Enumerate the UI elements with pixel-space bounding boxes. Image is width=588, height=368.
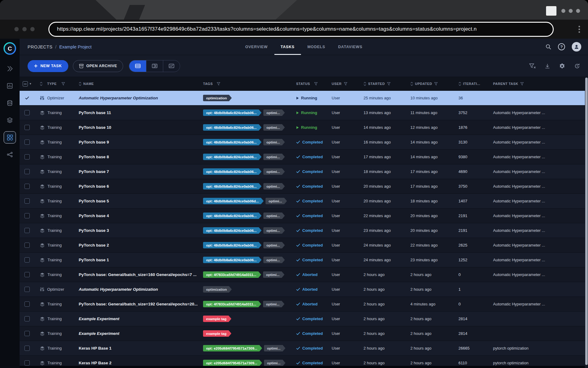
filter-funnel-icon[interactable] [520,82,524,86]
clearml-logo[interactable]: C [3,42,17,55]
user-avatar[interactable] [572,42,581,52]
task-name-cell[interactable]: PyTorch base: General/batch_size=192 Gen… [73,302,201,306]
column-header-updated[interactable]: UPDATED [407,82,455,86]
row-select-cell[interactable] [20,96,34,100]
row-checkbox[interactable] [24,184,30,189]
row-checkbox[interactable] [24,198,30,204]
task-name-cell[interactable]: PyTorch base 4 [73,213,201,218]
filter-funnel-icon[interactable] [217,82,220,86]
task-name-cell[interactable]: Keras HP Base 1 [73,346,201,351]
row-checkbox[interactable] [24,301,30,307]
table-row[interactable]: TrainingExample Experimentexample tagCom… [20,326,588,341]
settings-gear-icon[interactable] [559,63,565,69]
table-row[interactable]: OptimizerAutomatic Hyperparameter Optimi… [20,282,588,297]
table-view-button[interactable] [129,60,146,72]
column-header-iteration[interactable]: ITERATI... [455,82,489,86]
row-select-cell[interactable] [20,346,34,351]
task-name-cell[interactable]: Automatic Hyperparameter Optimization [73,96,201,100]
sidebar-item-projects[interactable] [4,63,16,75]
table-row[interactable]: TrainingPyTorch base 4opt: 48db0b8a6c824… [20,209,588,223]
row-checkbox[interactable] [24,125,30,130]
browser-kebab-menu-icon[interactable] [579,26,580,33]
table-row[interactable]: TrainingPyTorch base 10opt: 48db0b8a6c82… [20,120,588,135]
task-name-cell[interactable]: PyTorch base 8 [73,155,201,159]
table-row[interactable]: TrainingPyTorch base 5opt: 48db0b8a6c824… [20,194,588,209]
select-all-caret-icon[interactable]: ▾ [30,82,31,85]
task-name-cell[interactable]: PyTorch base 9 [73,140,201,144]
row-checkbox[interactable] [24,243,30,248]
column-header-user[interactable]: USER [328,82,360,86]
table-row[interactable]: TrainingPyTorch base 9opt: 48db0b8a6c824… [20,135,588,150]
table-row[interactable]: TrainingPyTorch base 8opt: 48db0b8a6c824… [20,150,588,164]
sidebar-item-reports[interactable] [4,80,16,92]
table-row[interactable]: TrainingPyTorch base 1opt: 48db0b8a6c824… [20,253,588,267]
row-checkbox[interactable] [24,213,30,218]
sort-icon[interactable] [364,82,366,86]
row-select-cell[interactable] [20,243,34,248]
column-header-status[interactable]: STATUS [292,82,328,86]
sort-icon[interactable] [40,82,43,86]
table-row[interactable]: TrainingPyTorch base 3opt: 48db0b8a6c824… [20,223,588,238]
row-checkbox[interactable] [24,140,30,145]
vertical-scrollbar-thumb[interactable] [585,78,588,365]
row-select-cell[interactable] [20,301,34,307]
download-icon[interactable] [545,63,550,69]
row-checkbox[interactable] [24,110,30,115]
open-archive-button[interactable]: OPEN ARCHIVE [73,60,123,72]
table-row[interactable]: TrainingPyTorch base: General/batch_size… [20,297,588,312]
table-row[interactable]: TrainingPyTorch base: General/batch_size… [20,267,588,282]
row-checkbox[interactable] [24,228,30,233]
task-name-cell[interactable]: PyTorch base 10 [73,125,201,130]
sort-icon[interactable] [458,82,461,86]
task-name-cell[interactable]: PyTorch base: General/batch_size=160 Gen… [73,272,201,277]
split-view-button[interactable] [146,60,163,72]
task-name-cell[interactable]: Example Experiment [73,331,201,336]
column-header-tags[interactable]: TAGS [201,82,292,86]
table-row[interactable]: TrainingPyTorch base 2opt: 48db0b8a6c824… [20,238,588,253]
task-name-cell[interactable]: PyTorch base 11 [73,110,201,115]
breadcrumb-projects[interactable]: PROJECTS [28,44,52,49]
row-select-cell[interactable] [20,110,34,115]
column-header-parent[interactable]: PARENT TASK [489,82,588,86]
search-icon[interactable] [545,44,551,50]
clear-filters-icon[interactable] [529,63,536,69]
table-row[interactable]: TrainingPyTorch base 6opt: 48db0b8a6c824… [20,179,588,194]
window-controls[interactable] [14,27,35,31]
horizontal-scrollbar[interactable] [20,366,585,368]
table-row[interactable]: TrainingKeras HP Base 1opt: e205d684f795… [20,341,588,356]
select-all-checkbox[interactable] [23,81,28,86]
chart-view-button[interactable] [163,60,180,72]
row-select-cell[interactable] [20,257,34,263]
column-header-name[interactable]: NAME [73,82,201,86]
sort-icon[interactable] [79,82,81,86]
row-select-cell[interactable] [20,198,34,204]
new-task-button[interactable]: NEW TASK [28,60,68,72]
sidebar-item-datasets[interactable] [4,97,16,109]
row-select-cell[interactable] [20,184,34,189]
filter-funnel-icon[interactable] [387,82,390,86]
row-select-cell[interactable] [20,331,34,336]
row-checkbox[interactable] [24,360,30,366]
tab-overview[interactable]: OVERVIEW [239,39,274,55]
browser-window-button[interactable] [546,6,556,16]
address-bar[interactable]: https://app.clear.ml/projects/2043a1657f… [48,22,554,37]
sidebar-item-pipelines[interactable] [4,114,16,126]
row-select-cell[interactable] [20,316,34,321]
filter-funnel-icon[interactable] [344,82,347,86]
filter-funnel-icon[interactable] [314,82,318,86]
sort-icon[interactable] [410,82,413,86]
column-header-select[interactable]: ▾ [20,81,34,86]
task-name-cell[interactable]: PyTorch base 6 [73,184,201,189]
row-select-cell[interactable] [20,140,34,145]
sidebar-item-applications[interactable] [4,131,16,144]
task-name-cell[interactable]: Example Experiment [73,316,201,321]
row-select-cell[interactable] [20,272,34,277]
task-name-cell[interactable]: PyTorch base 2 [73,243,201,247]
row-select-cell[interactable] [20,213,34,218]
row-checkbox[interactable] [24,287,30,292]
help-icon[interactable]: ? [558,43,565,50]
row-checkbox[interactable] [24,331,30,336]
auto-refresh-icon[interactable] [574,63,580,69]
task-name-cell[interactable]: Automatic Hyperparameter Optimization [73,287,201,292]
row-checkbox[interactable] [24,169,30,174]
